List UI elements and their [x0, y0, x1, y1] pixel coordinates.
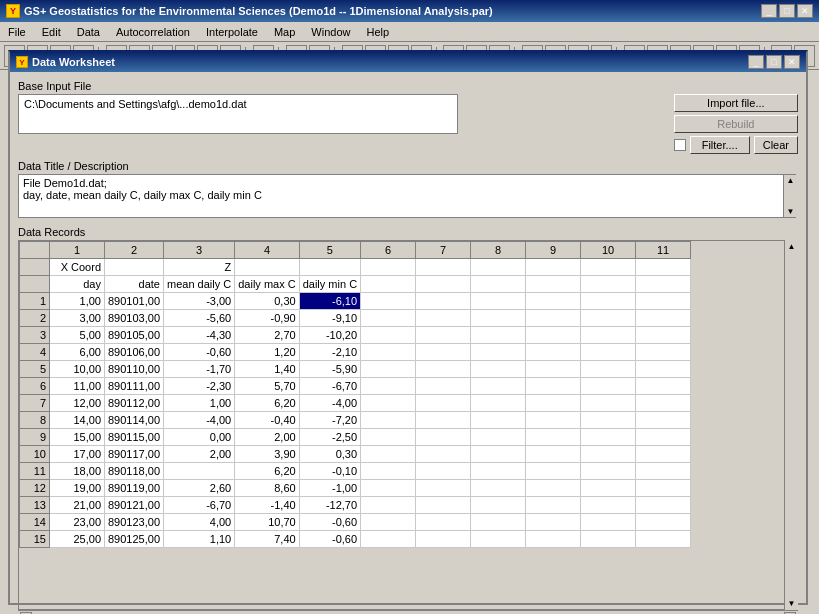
cell-8-c4[interactable]: -0,40 — [235, 412, 299, 429]
cell-1-c6[interactable] — [361, 293, 416, 310]
table-row[interactable]: 1423,00890123,004,0010,70-0,60 — [20, 514, 691, 531]
clear-button[interactable]: Clear — [754, 136, 798, 154]
cell-7-c10[interactable] — [581, 395, 636, 412]
cell-9-c3[interactable]: 0,00 — [164, 429, 235, 446]
table-row[interactable]: 510,00890110,00-1,701,40-5,90 — [20, 361, 691, 378]
cell-1-c11[interactable] — [636, 293, 691, 310]
cell-4-c10[interactable] — [581, 344, 636, 361]
cell-4-c6[interactable] — [361, 344, 416, 361]
cell-13-c11[interactable] — [636, 497, 691, 514]
cell-7-c1[interactable]: 12,00 — [50, 395, 105, 412]
menu-help[interactable]: Help — [362, 25, 393, 39]
cell-10-c3[interactable]: 2,00 — [164, 446, 235, 463]
cell-12-c10[interactable] — [581, 480, 636, 497]
cell-4-c9[interactable] — [526, 344, 581, 361]
cell-13-c5[interactable]: -12,70 — [299, 497, 360, 514]
cell-5-c3[interactable]: -1,70 — [164, 361, 235, 378]
cell-12-c7[interactable] — [416, 480, 471, 497]
cell-11-c11[interactable] — [636, 463, 691, 480]
inner-minimize-button[interactable]: _ — [748, 55, 764, 69]
cell-8-c8[interactable] — [471, 412, 526, 429]
cell-8-c7[interactable] — [416, 412, 471, 429]
cell-4-c3[interactable]: -0,60 — [164, 344, 235, 361]
col-header-8[interactable]: 8 — [471, 242, 526, 259]
cell-3-c3[interactable]: -4,30 — [164, 327, 235, 344]
cell-6-c3[interactable]: -2,30 — [164, 378, 235, 395]
cell-2-c7[interactable] — [416, 310, 471, 327]
cell-7-c6[interactable] — [361, 395, 416, 412]
cell-1-c3[interactable]: -3,00 — [164, 293, 235, 310]
col-header-11[interactable]: 11 — [636, 242, 691, 259]
cell-15-c10[interactable] — [581, 531, 636, 548]
cell-13-c9[interactable] — [526, 497, 581, 514]
cell-5-c5[interactable]: -5,90 — [299, 361, 360, 378]
cell-15-c5[interactable]: -0,60 — [299, 531, 360, 548]
cell-15-c4[interactable]: 7,40 — [235, 531, 299, 548]
cell-12-c8[interactable] — [471, 480, 526, 497]
table-row[interactable]: 1525,00890125,001,107,40-0,60 — [20, 531, 691, 548]
cell-13-c8[interactable] — [471, 497, 526, 514]
cell-11-c1[interactable]: 18,00 — [50, 463, 105, 480]
menu-window[interactable]: Window — [307, 25, 354, 39]
cell-6-c5[interactable]: -6,70 — [299, 378, 360, 395]
cell-1-c7[interactable] — [416, 293, 471, 310]
cell-1-c2[interactable]: 890101,00 — [105, 293, 164, 310]
col-header-9[interactable]: 9 — [526, 242, 581, 259]
cell-9-c1[interactable]: 15,00 — [50, 429, 105, 446]
menu-data[interactable]: Data — [73, 25, 104, 39]
cell-10-c9[interactable] — [526, 446, 581, 463]
cell-4-c8[interactable] — [471, 344, 526, 361]
col-header-3[interactable]: 3 — [164, 242, 235, 259]
cell-12-c2[interactable]: 890119,00 — [105, 480, 164, 497]
cell-10-c7[interactable] — [416, 446, 471, 463]
cell-10-c1[interactable]: 17,00 — [50, 446, 105, 463]
cell-6-c9[interactable] — [526, 378, 581, 395]
cell-6-c1[interactable]: 11,00 — [50, 378, 105, 395]
cell-2-c2[interactable]: 890103,00 — [105, 310, 164, 327]
filter-button[interactable]: Filter.... — [690, 136, 750, 154]
cell-2-c4[interactable]: -0,90 — [235, 310, 299, 327]
cell-14-c11[interactable] — [636, 514, 691, 531]
cell-9-c5[interactable]: -2,50 — [299, 429, 360, 446]
col-header-7[interactable]: 7 — [416, 242, 471, 259]
cell-8-c6[interactable] — [361, 412, 416, 429]
cell-9-c2[interactable]: 890115,00 — [105, 429, 164, 446]
cell-4-c2[interactable]: 890106,00 — [105, 344, 164, 361]
cell-13-c3[interactable]: -6,70 — [164, 497, 235, 514]
col-header-6[interactable]: 6 — [361, 242, 416, 259]
cell-11-c4[interactable]: 6,20 — [235, 463, 299, 480]
cell-9-c7[interactable] — [416, 429, 471, 446]
cell-8-c3[interactable]: -4,00 — [164, 412, 235, 429]
cell-2-c6[interactable] — [361, 310, 416, 327]
cell-13-c10[interactable] — [581, 497, 636, 514]
cell-11-c8[interactable] — [471, 463, 526, 480]
cell-7-c4[interactable]: 6,20 — [235, 395, 299, 412]
cell-14-c10[interactable] — [581, 514, 636, 531]
cell-10-c8[interactable] — [471, 446, 526, 463]
cell-15-c9[interactable] — [526, 531, 581, 548]
cell-12-c5[interactable]: -1,00 — [299, 480, 360, 497]
cell-3-c6[interactable] — [361, 327, 416, 344]
table-row[interactable]: 46,00890106,00-0,601,20-2,10 — [20, 344, 691, 361]
cell-14-c4[interactable]: 10,70 — [235, 514, 299, 531]
table-row[interactable]: 1321,00890121,00-6,70-1,40-12,70 — [20, 497, 691, 514]
cell-4-c4[interactable]: 1,20 — [235, 344, 299, 361]
cell-2-c8[interactable] — [471, 310, 526, 327]
cell-14-c6[interactable] — [361, 514, 416, 531]
cell-7-c5[interactable]: -4,00 — [299, 395, 360, 412]
cell-10-c4[interactable]: 3,90 — [235, 446, 299, 463]
cell-15-c1[interactable]: 25,00 — [50, 531, 105, 548]
cell-13-c4[interactable]: -1,40 — [235, 497, 299, 514]
cell-11-c2[interactable]: 890118,00 — [105, 463, 164, 480]
cell-5-c1[interactable]: 10,00 — [50, 361, 105, 378]
cell-12-c1[interactable]: 19,00 — [50, 480, 105, 497]
cell-3-c5[interactable]: -10,20 — [299, 327, 360, 344]
cell-11-c6[interactable] — [361, 463, 416, 480]
inner-close-button[interactable]: ✕ — [784, 55, 800, 69]
cell-4-c1[interactable]: 6,00 — [50, 344, 105, 361]
cell-10-c5[interactable]: 0,30 — [299, 446, 360, 463]
cell-7-c7[interactable] — [416, 395, 471, 412]
cell-15-c2[interactable]: 890125,00 — [105, 531, 164, 548]
cell-1-c10[interactable] — [581, 293, 636, 310]
cell-14-c5[interactable]: -0,60 — [299, 514, 360, 531]
